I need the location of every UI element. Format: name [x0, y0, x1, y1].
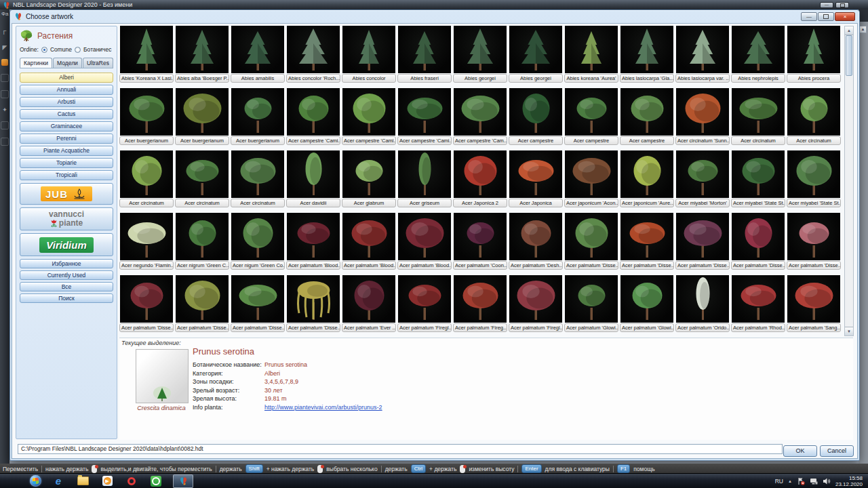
- plant-cell[interactable]: Acer palmatum 'Disse...: [286, 275, 340, 332]
- plant-cell[interactable]: Acer japonicum 'Aure...: [620, 150, 674, 207]
- plant-cell[interactable]: Acer palmatum 'Blood...: [286, 213, 340, 270]
- tray-language[interactable]: RU: [775, 478, 783, 485]
- category-button-topiarie[interactable]: Topiarie: [20, 158, 113, 168]
- plant-cell[interactable]: Acer buergerianum: [175, 88, 229, 145]
- plant-cell[interactable]: Abies concolor 'Roch...: [286, 26, 340, 83]
- dialog-close-button[interactable]: ×: [835, 12, 855, 21]
- plant-thumbnail[interactable]: [176, 275, 229, 323]
- plant-thumbnail[interactable]: [342, 26, 395, 73]
- plant-thumbnail[interactable]: [287, 275, 340, 323]
- plant-cell[interactable]: Acer palmatum 'Ever ...: [342, 275, 396, 332]
- plant-thumbnail[interactable]: [398, 88, 451, 136]
- plant-thumbnail[interactable]: [454, 88, 507, 136]
- plant-cell[interactable]: Acer Japonica 2: [453, 150, 507, 207]
- plant-cell[interactable]: Acer palmatum 'Disse...: [175, 275, 229, 332]
- plant-cell[interactable]: Acer campestre 'Cami...: [397, 88, 452, 145]
- plant-thumbnail[interactable]: [287, 88, 340, 136]
- tool-icon[interactable]: [1, 74, 9, 82]
- plant-thumbnail[interactable]: [120, 88, 173, 136]
- grid-scrollbar[interactable]: ▲ ▼: [844, 26, 854, 336]
- plant-thumbnail[interactable]: [231, 275, 284, 323]
- plant-thumbnail[interactable]: [176, 213, 229, 260]
- field-value-link[interactable]: http://www.piantevivai.com/arbusti/prunu…: [264, 403, 382, 412]
- dialog-minimize-button[interactable]: —: [801, 12, 817, 21]
- category-button-piante-acquatiche[interactable]: Piante Acquatiche: [20, 146, 113, 156]
- plant-thumbnail[interactable]: [454, 26, 507, 73]
- plant-thumbnail[interactable]: [398, 150, 451, 198]
- tray-volume-icon[interactable]: [823, 477, 831, 485]
- plant-cell[interactable]: Abies lasiocarpa 'Gla...: [620, 26, 674, 83]
- plant-cell[interactable]: Acer palmatum 'Disse...: [620, 213, 674, 270]
- taskbar-item-recorder[interactable]: [149, 474, 163, 487]
- plant-cell[interactable]: Acer circinatum 'Sunn...: [675, 88, 730, 145]
- window-restore-button[interactable]: [835, 2, 849, 8]
- plant-thumbnail[interactable]: [787, 26, 840, 73]
- plant-thumbnail[interactable]: [287, 150, 340, 198]
- plant-thumbnail[interactable]: [120, 213, 173, 260]
- hand-tool-icon[interactable]: ✦: [1, 106, 8, 113]
- plant-cell[interactable]: Acer palmatum 'Disse...: [787, 213, 841, 270]
- start-button[interactable]: [30, 475, 41, 487]
- plant-thumbnail[interactable]: [454, 150, 507, 198]
- plant-thumbnail[interactable]: [176, 150, 229, 198]
- plant-cell[interactable]: Abies koreana 'Aurea': [564, 26, 618, 83]
- plant-cell[interactable]: Acer buergerianum: [231, 88, 285, 145]
- window-minimize-button[interactable]: —: [820, 2, 833, 8]
- sidebar-button-избранное[interactable]: Избранное: [20, 259, 113, 268]
- plant-cell[interactable]: Acer palmatum 'Coon...: [453, 213, 507, 270]
- taskbar-item-ie[interactable]: e: [51, 474, 66, 487]
- brand-viridium-button[interactable]: Viridium: [20, 233, 113, 256]
- plant-thumbnail[interactable]: [732, 213, 785, 260]
- plant-thumbnail[interactable]: [732, 26, 785, 73]
- category-button-alberi[interactable]: Alberi: [20, 73, 113, 83]
- plant-thumbnail[interactable]: [120, 150, 173, 198]
- tab-modeli[interactable]: Модели: [53, 58, 82, 68]
- sidebar-button-currently-used[interactable]: Currently Used: [20, 270, 113, 280]
- plant-cell[interactable]: Acer griseum: [397, 150, 452, 207]
- plant-cell[interactable]: Abies 'Koreana X Lasi...: [119, 26, 174, 83]
- plant-cell[interactable]: Abies georgei: [453, 26, 507, 83]
- plant-cell[interactable]: Acer palmatum 'Disse...: [675, 213, 730, 270]
- plant-thumbnail[interactable]: [342, 275, 395, 323]
- category-button-perenni[interactable]: Perenni: [20, 134, 113, 144]
- plant-thumbnail[interactable]: [509, 88, 562, 136]
- sidebar-button-все[interactable]: Все: [20, 282, 113, 291]
- plant-cell[interactable]: Acer campestre: [564, 88, 618, 145]
- plant-thumbnail[interactable]: [398, 26, 451, 73]
- plant-thumbnail[interactable]: [565, 26, 618, 73]
- plant-thumbnail[interactable]: [620, 26, 673, 73]
- radio-comune-label[interactable]: Comune: [50, 46, 72, 53]
- plant-thumbnail[interactable]: [565, 88, 618, 136]
- plant-thumbnail[interactable]: [620, 150, 673, 198]
- plant-thumbnail[interactable]: [676, 275, 729, 323]
- plant-thumbnail[interactable]: [509, 26, 562, 73]
- taskbar-item-media-player[interactable]: ▶: [100, 474, 115, 487]
- brand-jub-button[interactable]: JUB: [20, 183, 113, 205]
- plant-cell[interactable]: Abies nephrolepis: [731, 26, 785, 83]
- plant-thumbnail[interactable]: [787, 275, 840, 323]
- plant-thumbnail[interactable]: [676, 213, 729, 260]
- plant-thumbnail[interactable]: [676, 26, 729, 73]
- plant-cell[interactable]: Acer japonicum 'Acon...: [564, 150, 618, 207]
- plant-cell[interactable]: Acer nigrum 'Green C...: [175, 213, 229, 270]
- plant-thumbnail[interactable]: [287, 213, 340, 260]
- ok-button[interactable]: OK: [783, 445, 817, 457]
- plant-thumbnail[interactable]: [176, 88, 229, 136]
- plant-thumbnail[interactable]: [231, 88, 284, 136]
- plant-thumbnail[interactable]: [565, 213, 618, 260]
- plant-thumbnail[interactable]: [620, 275, 673, 323]
- tab-kartinki[interactable]: Картинки: [20, 58, 52, 68]
- tool-icon[interactable]: [1, 138, 9, 146]
- plant-thumbnail[interactable]: [676, 88, 729, 136]
- active-tool-icon[interactable]: [1, 59, 8, 66]
- category-button-cactus[interactable]: Cactus: [20, 109, 113, 119]
- plant-thumbnail[interactable]: [620, 88, 673, 136]
- plant-thumbnail[interactable]: [787, 213, 840, 260]
- plant-cell[interactable]: Acer negundo 'Flamin...: [119, 213, 174, 270]
- plant-thumbnail[interactable]: [732, 275, 785, 323]
- plant-cell[interactable]: Acer circinatum: [787, 88, 841, 145]
- plant-cell[interactable]: Acer campestre 'Cami...: [286, 88, 340, 145]
- plant-cell[interactable]: Acer palmatum 'Desh...: [509, 213, 563, 270]
- plant-cell[interactable]: Acer miyabei 'State St...: [787, 150, 841, 207]
- plant-cell[interactable]: Acer circinatum: [731, 88, 785, 145]
